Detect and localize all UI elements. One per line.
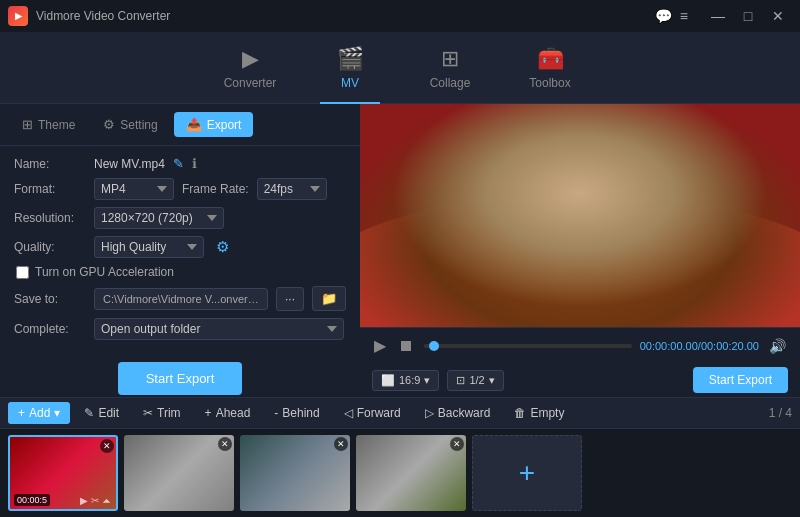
svg-marker-16 xyxy=(511,160,533,182)
add-clip-button[interactable]: + xyxy=(472,435,582,511)
svg-marker-9 xyxy=(574,218,585,225)
tab-mv-label: MV xyxy=(341,76,359,90)
ahead-button[interactable]: + Ahead xyxy=(195,402,261,424)
main-area: ⊞ Theme ⚙ Setting 📤 Export Name: New MV.… xyxy=(0,104,800,397)
info-icon[interactable]: ℹ xyxy=(192,156,197,171)
gear-icon[interactable]: ⚙ xyxy=(216,238,229,256)
zoom-chevron-icon: ▾ xyxy=(489,374,495,387)
player-controls-2: ⬜ 16:9 ▾ ⊡ 1/2 ▾ Start Export xyxy=(360,363,800,397)
mv-icon: 🎬 xyxy=(337,46,364,72)
stop-button[interactable]: ⏹ xyxy=(396,335,416,357)
filmstrip-thumb-3[interactable]: ✕ xyxy=(240,435,350,511)
thumb-close-2[interactable]: ✕ xyxy=(218,437,232,451)
app-logo: ▶ xyxy=(8,6,28,26)
preview-area xyxy=(360,104,800,327)
export-form: Name: New MV.mp4 ✎ ℹ Format: MP4 AVI MOV… xyxy=(0,146,360,350)
tab-converter[interactable]: ▶ Converter xyxy=(200,32,300,104)
edit-label: Edit xyxy=(98,406,119,420)
trash-icon: 🗑 xyxy=(514,406,526,420)
start-export-right-button[interactable]: Start Export xyxy=(693,367,788,393)
add-button[interactable]: + Add ▾ xyxy=(8,402,70,424)
svg-point-3 xyxy=(502,137,658,271)
name-label: Name: xyxy=(14,157,86,171)
backward-icon: ▷ xyxy=(425,406,434,420)
close-button[interactable]: ✕ xyxy=(764,4,792,28)
aspect-ratio-button[interactable]: ⬜ 16:9 ▾ xyxy=(372,370,439,391)
svg-point-6 xyxy=(594,184,621,202)
sub-tab-theme-label: Theme xyxy=(38,118,75,132)
saveto-row: Save to: C:\Vidmore\Vidmore V...onverter… xyxy=(14,286,346,311)
filmstrip-thumb-1[interactable]: ✕ 00:00:5 ▶ ✂ ⏶ xyxy=(8,435,118,511)
tab-converter-label: Converter xyxy=(224,76,277,90)
sub-tab-setting-label: Setting xyxy=(120,118,157,132)
trim-label: Trim xyxy=(157,406,181,420)
format-label: Format: xyxy=(14,182,86,196)
empty-button[interactable]: 🗑 Empty xyxy=(504,402,574,424)
zoom-button[interactable]: ⊡ 1/2 ▾ xyxy=(447,370,503,391)
start-export-left-button[interactable]: Start Export xyxy=(118,362,243,395)
preview-image xyxy=(360,104,800,327)
browse-dots-button[interactable]: ··· xyxy=(276,287,304,311)
sub-tab-theme[interactable]: ⊞ Theme xyxy=(10,112,87,137)
time-current: 00:00:00.00 xyxy=(640,340,698,352)
svg-marker-14 xyxy=(502,154,535,187)
right-panel: ▶ ⏹ 00:00:00.00/00:00:20.00 🔊 ⬜ 16:9 ▾ ⊡… xyxy=(360,104,800,397)
title-bar: ▶ Vidmore Video Converter 💬 ≡ — □ ✕ xyxy=(0,0,800,32)
trim-button[interactable]: ✂ Trim xyxy=(133,402,191,424)
gpu-checkbox[interactable] xyxy=(16,266,29,279)
filmstrip: ✕ 00:00:5 ▶ ✂ ⏶ ✕ ✕ ✕ + xyxy=(0,429,800,517)
minimize-button[interactable]: — xyxy=(704,4,732,28)
gpu-row: Turn on GPU Acceleration xyxy=(14,265,346,279)
sub-tab-setting[interactable]: ⚙ Setting xyxy=(91,112,169,137)
gpu-label: Turn on GPU Acceleration xyxy=(35,265,174,279)
sub-tab-export[interactable]: 📤 Export xyxy=(174,112,254,137)
edit-icon[interactable]: ✎ xyxy=(173,156,184,171)
collage-icon: ⊞ xyxy=(441,46,459,72)
svg-marker-15 xyxy=(625,154,658,187)
ahead-icon: + xyxy=(205,406,212,420)
tab-mv[interactable]: 🎬 MV xyxy=(300,32,400,104)
resolution-row: Resolution: 1280×720 (720p) 1920×1080 (1… xyxy=(14,207,346,229)
tab-collage[interactable]: ⊞ Collage xyxy=(400,32,500,104)
open-folder-button[interactable]: 📁 xyxy=(312,286,346,311)
message-icon[interactable]: 💬 xyxy=(655,8,672,24)
toolbox-icon: 🧰 xyxy=(537,46,564,72)
top-nav: ▶ Converter 🎬 MV ⊞ Collage 🧰 Toolbox xyxy=(0,32,800,104)
forward-button[interactable]: ◁ Forward xyxy=(334,402,411,424)
filmstrip-thumb-2[interactable]: ✕ xyxy=(124,435,234,511)
behind-button[interactable]: - Behind xyxy=(264,402,329,424)
thumb-overlay-1: ▶ ✂ ⏶ xyxy=(80,495,112,506)
zoom-icon: ⊡ xyxy=(456,374,465,387)
tab-collage-label: Collage xyxy=(430,76,471,90)
resolution-select[interactable]: 1280×720 (720p) 1920×1080 (1080p) 3840×2… xyxy=(94,207,224,229)
thumb-scissors-icon: ✂ xyxy=(91,495,99,506)
format-select[interactable]: MP4 AVI MOV MKV xyxy=(94,178,174,200)
play-button[interactable]: ▶ xyxy=(372,334,388,357)
thumb-close-3[interactable]: ✕ xyxy=(334,437,348,451)
tab-toolbox-label: Toolbox xyxy=(529,76,570,90)
quality-row: Quality: High Quality Medium Quality Low… xyxy=(14,236,346,258)
filmstrip-thumb-4[interactable]: ✕ xyxy=(356,435,466,511)
time-display: 00:00:00.00/00:00:20.00 xyxy=(640,340,759,352)
quality-select[interactable]: High Quality Medium Quality Low Quality xyxy=(94,236,204,258)
complete-label: Complete: xyxy=(14,322,86,336)
thumb-close-4[interactable]: ✕ xyxy=(450,437,464,451)
maximize-button[interactable]: □ xyxy=(734,4,762,28)
backward-button[interactable]: ▷ Backward xyxy=(415,402,501,424)
tab-toolbox[interactable]: 🧰 Toolbox xyxy=(500,32,600,104)
trim-icon: ✂ xyxy=(143,406,153,420)
framerate-label: Frame Rate: xyxy=(182,182,249,196)
behind-label: Behind xyxy=(282,406,319,420)
player-controls: ▶ ⏹ 00:00:00.00/00:00:20.00 🔊 xyxy=(360,327,800,363)
complete-select[interactable]: Open output folder Do nothing Shut down … xyxy=(94,318,344,340)
progress-bar[interactable] xyxy=(424,344,632,348)
converter-icon: ▶ xyxy=(242,46,259,72)
thumb-close-1[interactable]: ✕ xyxy=(100,439,114,453)
sub-tabs: ⊞ Theme ⚙ Setting 📤 Export xyxy=(0,104,360,146)
edit-button[interactable]: ✎ Edit xyxy=(74,402,129,424)
ahead-label: Ahead xyxy=(216,406,251,420)
fps-select[interactable]: 24fps 30fps 60fps xyxy=(257,178,327,200)
menu-icon[interactable]: ≡ xyxy=(680,8,688,24)
volume-button[interactable]: 🔊 xyxy=(767,336,788,356)
add-clip-icon: + xyxy=(519,457,535,489)
